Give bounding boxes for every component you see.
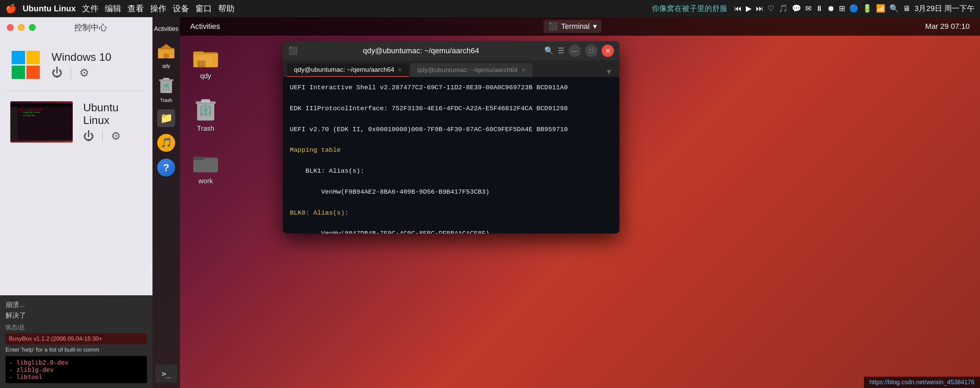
bottom-terminal-panel: 崩溃... 解决了 状态/总 BusyBox v1.1.2 (2006.05.0… bbox=[0, 295, 153, 388]
activities-button[interactable]: Activities bbox=[153, 23, 180, 36]
windows10-info: Windows 10 ⏻ ⚙ bbox=[51, 51, 111, 80]
grid-icon[interactable]: ⊞ bbox=[839, 4, 845, 13]
terminal-minimize-button[interactable]: — bbox=[569, 45, 581, 57]
window-controls bbox=[7, 24, 36, 31]
ubuntu-controls: ⏻ ⚙ bbox=[83, 129, 142, 143]
terminal-tabs: qdy@ubuntumac: ~/qemu/aarch64 ✕ qdy@ubun… bbox=[283, 60, 619, 77]
mac-menubar: 🍎 Ubuntu Linux 文件 编辑 查看 操作 设备 窗口 帮助 你像窝在… bbox=[0, 0, 980, 17]
dock-item-terminal-bottom[interactable]: >_ bbox=[155, 365, 177, 383]
desktop-home-folder-icon bbox=[192, 45, 219, 69]
bluetooth-icon[interactable]: 🔵 bbox=[849, 4, 858, 13]
dock-item-home[interactable]: qdy bbox=[155, 38, 177, 70]
terminal-window: ⬛ qdy@ubuntumac: ~/qemu/aarch64 🔍 ☰ — □ … bbox=[283, 41, 619, 234]
record-icon[interactable]: ⏺ bbox=[827, 4, 835, 13]
battery-icon: 🔋 bbox=[862, 4, 872, 13]
desktop-icon-trash-label: Trash bbox=[197, 125, 214, 132]
ubuntu-power-icon[interactable]: ⏻ bbox=[83, 130, 94, 143]
search-icon[interactable]: 🔍 bbox=[889, 4, 899, 13]
chat-icon[interactable]: 💬 bbox=[792, 4, 801, 13]
help-text: Enter 'help' for a list of built-in comm bbox=[5, 347, 147, 353]
terminal-titlebar-right: 🔍 ☰ — □ ✕ bbox=[544, 45, 614, 57]
windows10-item: Windows 10 ⏻ ⚙ bbox=[7, 46, 146, 84]
menu-device[interactable]: 设备 bbox=[173, 3, 189, 14]
svg-rect-11 bbox=[159, 80, 173, 81]
dock-item-rhythmbox[interactable]: 🎵 bbox=[155, 132, 177, 154]
mail-icon[interactable]: ✉ bbox=[805, 4, 811, 13]
terminal-maximize-button[interactable]: □ bbox=[585, 45, 598, 57]
svg-rect-1 bbox=[26, 51, 40, 64]
desktop-icon-work-label: work bbox=[199, 177, 213, 185]
terminal-tab-add-button[interactable]: ▾ bbox=[603, 66, 615, 77]
maximize-button[interactable] bbox=[29, 24, 36, 31]
wifi-icon[interactable]: 📶 bbox=[876, 4, 885, 13]
menu-help[interactable]: 帮助 bbox=[218, 3, 234, 14]
desktop-icons: qdy ♻ Trash bbox=[187, 45, 224, 185]
activities-label[interactable]: Activities bbox=[190, 22, 220, 31]
ubuntu-settings-icon[interactable]: ⚙ bbox=[111, 129, 121, 143]
status-text: 状态/总 bbox=[5, 323, 147, 331]
dock-item-trash[interactable]: ♻ Trash bbox=[155, 73, 177, 104]
terminal-tab-1-label: qdy@ubuntumac: ~/qemu/aarch64 bbox=[294, 66, 394, 73]
app-name[interactable]: Ubuntu Linux bbox=[23, 4, 76, 13]
crash-text: 崩溃... bbox=[5, 300, 147, 309]
desktop-icon-work[interactable]: work bbox=[187, 150, 224, 185]
term-line-4: Mapping table bbox=[290, 145, 612, 155]
terminal-close-button[interactable]: ✕ bbox=[601, 45, 614, 57]
heart-icon: ♡ bbox=[767, 4, 774, 13]
desktop-icon-home[interactable]: qdy bbox=[187, 45, 224, 80]
busybox-text: BusyBox v1.1.2 (2006.05.04-15:30+ bbox=[9, 336, 102, 342]
terminal-tab-1[interactable]: qdy@ubuntumac: ~/qemu/aarch64 ✕ bbox=[287, 63, 409, 77]
terminal-tab-1-close[interactable]: ✕ bbox=[398, 67, 402, 73]
close-button[interactable] bbox=[7, 24, 14, 31]
dock-label-home: qdy bbox=[162, 63, 170, 69]
music-icon: 🎵 bbox=[778, 4, 788, 13]
packages-list: - libglib2.0-dev - zlib1g-dev - libtool bbox=[5, 356, 147, 383]
media-next-icon[interactable]: ⏭ bbox=[756, 4, 763, 13]
dock-item-help[interactable]: ? bbox=[155, 157, 177, 178]
term-line-6: VenHw(F9B94AE2-8BA6-409B-9D56-B9B417F53C… bbox=[290, 187, 612, 197]
media-prev-icon[interactable]: ⏮ bbox=[734, 4, 742, 13]
terminal-tab-2[interactable]: qdy@ubuntumac: ~/qemu/aarch64 ✕ bbox=[410, 63, 532, 77]
terminal-menu-button[interactable]: ☰ bbox=[558, 46, 565, 55]
media-play-icon[interactable]: ▶ bbox=[746, 4, 752, 13]
menu-view[interactable]: 查看 bbox=[127, 3, 144, 14]
menu-operate[interactable]: 操作 bbox=[150, 3, 167, 14]
pause-icon[interactable]: ⏸ bbox=[816, 4, 823, 13]
terminal-tab-2-close[interactable]: ✕ bbox=[521, 67, 526, 73]
menu-edit[interactable]: 编辑 bbox=[105, 3, 121, 14]
terminal-find-icon: ⬛ bbox=[288, 46, 298, 55]
terminal-window-title: qdy@ubuntumac: ~/qemu/aarch64 bbox=[298, 46, 544, 55]
display-icon[interactable]: 🖥 bbox=[903, 4, 910, 13]
ubuntu-name: Ubuntu Linux bbox=[83, 101, 142, 127]
control-center-window: 控制中心 Windows 10 ⏻ bbox=[0, 17, 153, 388]
menubar-time: 3月29日 周一下午 bbox=[915, 3, 975, 14]
windows10-settings-icon[interactable]: ⚙ bbox=[79, 66, 89, 80]
terminal-body[interactable]: UEFI Interactive Shell v2.287477C2-69C7-… bbox=[283, 77, 619, 234]
divider bbox=[102, 130, 103, 142]
svg-rect-3 bbox=[26, 65, 40, 79]
windows10-power-icon[interactable]: ⏻ bbox=[51, 66, 62, 79]
terminal-tab-2-label: qdy@ubuntumac: ~/qemu/aarch64 bbox=[417, 66, 517, 74]
svg-rect-7 bbox=[164, 54, 169, 58]
menu-window[interactable]: 窗口 bbox=[196, 3, 212, 14]
terminal-search-button[interactable]: 🔍 bbox=[544, 46, 554, 55]
desktop-icon-trash[interactable]: ♻ Trash bbox=[187, 97, 224, 132]
pkg2: - zlib1g-dev bbox=[9, 366, 143, 373]
ubuntu-thumbnail: qemu-system-aarch64 -- libglib2.0-dev --… bbox=[10, 101, 73, 143]
terminal-titlebar-left: ⬛ bbox=[288, 46, 298, 55]
ubuntu-topbar: Activities ⬛ Terminal ▾ Mar 29 07:10 bbox=[180, 17, 980, 36]
terminal-topbar-label: Terminal bbox=[561, 22, 590, 31]
url-bar: https://blog.csdn.net/weixin_45384176 bbox=[864, 377, 980, 388]
divider bbox=[71, 67, 71, 79]
ubuntu-dock: Activities qdy bbox=[153, 17, 180, 388]
svg-rect-2 bbox=[12, 65, 25, 79]
dock-item-files[interactable]: 📁 bbox=[155, 107, 177, 129]
terminal-topbar-item[interactable]: ⬛ Terminal ▾ bbox=[544, 20, 601, 33]
term-line-1: UEFI Interactive Shell v2.287477C2-69C7-… bbox=[290, 83, 612, 93]
minimize-button[interactable] bbox=[18, 24, 25, 31]
apple-icon[interactable]: 🍎 bbox=[5, 3, 16, 14]
svg-rect-20 bbox=[199, 56, 212, 65]
topbar-datetime: Mar 29 07:10 bbox=[925, 22, 970, 30]
svg-rect-0 bbox=[12, 51, 25, 64]
menu-file[interactable]: 文件 bbox=[82, 3, 99, 14]
